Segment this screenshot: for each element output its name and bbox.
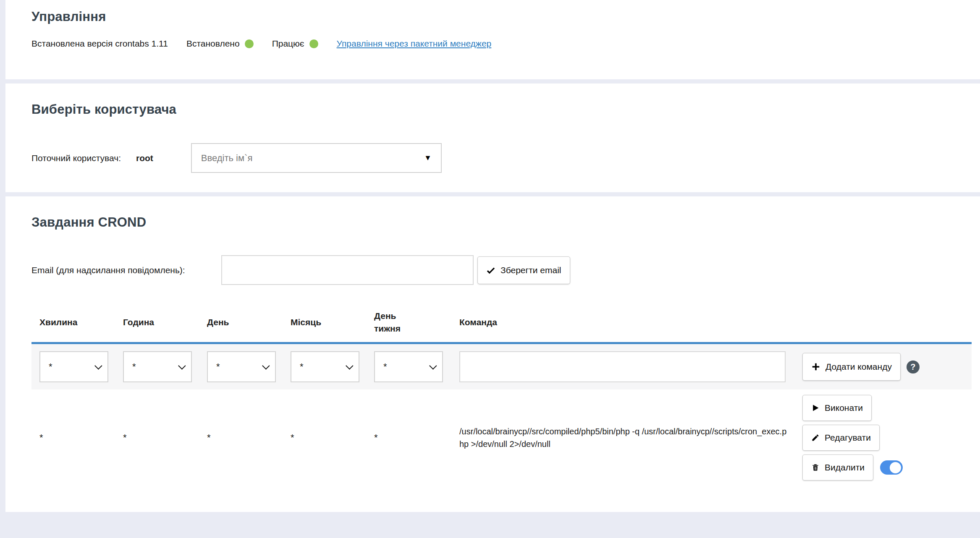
new-command-row: * * * * — [31, 344, 972, 389]
management-section: Управління Встановлена версія crontabs 1… — [5, 0, 980, 79]
cron-table-header: Хвилина Година День Місяць День тижня Ко… — [31, 302, 972, 344]
chevron-down-icon — [429, 362, 437, 369]
management-title: Управління — [31, 9, 980, 24]
installed-version-text: Встановлена версія crontabs 1.11 — [31, 39, 168, 49]
edit-button[interactable]: Редагувати — [802, 425, 880, 451]
plus-icon — [811, 362, 820, 371]
run-button-label: Виконати — [825, 403, 863, 413]
user-dropdown-placeholder: Введіть ім`я — [201, 153, 253, 164]
cron-job-row: * * * * * /usr/local/brainycp//src/compi… — [31, 389, 972, 486]
running-status: Працює — [272, 39, 318, 49]
day-select-value: * — [216, 361, 220, 372]
run-button[interactable]: Виконати — [802, 395, 872, 421]
running-status-dot-icon — [309, 39, 318, 48]
job-weekday-value: * — [366, 432, 451, 443]
col-header-month: Місяць — [283, 316, 366, 329]
job-minute-value: * — [31, 432, 115, 443]
edit-button-label: Редагувати — [825, 433, 871, 443]
chevron-down-icon — [346, 362, 353, 369]
col-header-command: Команда — [451, 316, 794, 329]
cron-table: Хвилина Година День Місяць День тижня Ко… — [31, 302, 972, 486]
chevron-down-icon — [262, 362, 270, 369]
crond-title: Завдання CROND — [31, 215, 980, 230]
weekday-select[interactable]: * — [374, 351, 443, 382]
package-manager-link[interactable]: Управління через пакетний менеджер — [337, 39, 492, 49]
chevron-down-icon — [178, 362, 186, 369]
running-status-label: Працює — [272, 39, 304, 49]
col-header-hour: Година — [115, 316, 199, 329]
crond-section: Завдання CROND Email (для надсилання пов… — [5, 196, 980, 512]
installed-status-label: Встановлено — [186, 39, 240, 49]
minute-select[interactable]: * — [39, 351, 108, 382]
pencil-icon — [811, 434, 820, 442]
user-select-title: Виберіть користувача — [31, 102, 980, 117]
trash-icon — [811, 463, 820, 472]
chevron-down-icon — [94, 362, 102, 369]
command-input[interactable] — [459, 351, 786, 382]
email-row: Email (для надсилання повідомлень): Збер… — [31, 255, 980, 285]
installed-status-dot-icon — [245, 39, 254, 48]
toggle-knob — [890, 462, 901, 473]
check-icon — [486, 266, 495, 275]
save-email-button[interactable]: Зберегти email — [477, 256, 570, 284]
email-label: Email (для надсилання повідомлень): — [31, 265, 221, 275]
play-icon — [811, 404, 820, 412]
hour-select[interactable]: * — [123, 351, 192, 382]
save-email-label: Зберегти email — [500, 265, 561, 275]
current-user-label: Поточний користувач: — [31, 153, 121, 163]
month-select-value: * — [300, 361, 304, 372]
job-command-text: /usr/local/brainycp//src/compiled/php5/b… — [451, 425, 794, 450]
weekday-select-value: * — [383, 361, 387, 372]
col-header-day: День — [199, 316, 283, 329]
job-hour-value: * — [115, 432, 199, 443]
current-user-row: Поточний користувач: root Введіть ім`я ▼ — [31, 143, 980, 173]
col-header-minute: Хвилина — [31, 316, 115, 329]
col-header-weekday: День тижня — [366, 310, 451, 335]
triangle-down-icon: ▼ — [424, 154, 432, 162]
job-month-value: * — [283, 432, 366, 443]
user-dropdown[interactable]: Введіть ім`я ▼ — [191, 143, 442, 173]
job-day-value: * — [199, 432, 283, 443]
email-input[interactable] — [221, 255, 474, 285]
management-status-row: Встановлена версія crontabs 1.11 Встанов… — [31, 39, 980, 49]
day-select[interactable]: * — [207, 351, 276, 382]
question-circle-icon[interactable]: ? — [907, 360, 920, 373]
installed-status: Встановлено — [186, 39, 254, 49]
month-select[interactable]: * — [291, 351, 359, 382]
current-user-value: root — [136, 153, 153, 163]
delete-button-label: Видалити — [825, 462, 865, 473]
delete-button[interactable]: Видалити — [802, 454, 873, 481]
job-actions: Виконати Редагувати Видалити — [794, 389, 972, 486]
minute-select-value: * — [49, 361, 52, 372]
add-command-button[interactable]: Додати команду — [802, 353, 901, 381]
job-enabled-toggle[interactable] — [880, 460, 903, 475]
add-command-label: Додати команду — [825, 362, 892, 372]
hour-select-value: * — [132, 361, 136, 372]
user-select-section: Виберіть користувача Поточний користувач… — [5, 84, 980, 192]
